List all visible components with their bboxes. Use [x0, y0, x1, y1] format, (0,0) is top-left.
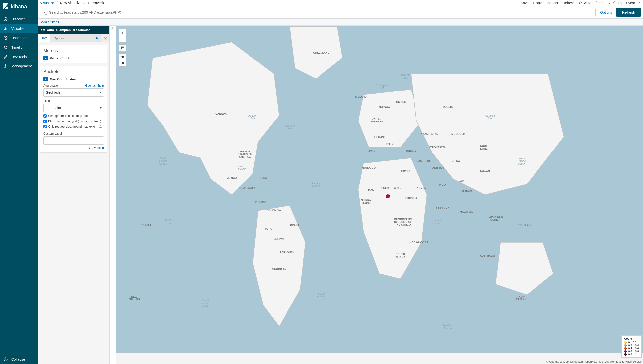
- bucket-label: Geo Coordinates: [50, 77, 76, 81]
- nav-label: Management: [12, 64, 32, 68]
- checkbox-input[interactable]: [44, 114, 47, 118]
- svg-rect-3: [7, 28, 8, 30]
- tab-data[interactable]: Data: [38, 34, 50, 42]
- autorefresh-label: Auto-refresh: [584, 1, 603, 5]
- field-label: Field: [44, 99, 50, 103]
- svg-point-13: [111, 27, 114, 30]
- svg-point-6: [5, 47, 6, 47]
- metrics-heading: Metrics: [44, 48, 104, 53]
- fit-bounds-button[interactable]: [119, 45, 126, 51]
- nav-label: Visualize: [12, 26, 25, 30]
- apply-changes-button[interactable]: [93, 34, 101, 42]
- inspect-button[interactable]: Inspect: [547, 1, 558, 5]
- map-legend: Count 0 – 0.20.2 – 0.40.4 – 0.60.6 – 0.8…: [621, 336, 641, 358]
- panel-collapse-toggle[interactable]: [110, 26, 116, 364]
- caret-down-icon: [100, 107, 102, 108]
- aggregation-select[interactable]: Geohash: [44, 88, 104, 97]
- nav-label: Discover: [12, 17, 25, 21]
- map-attribution: © OpenStreetMap contributors, OpenMapTil…: [546, 360, 641, 363]
- sidebar: kibana Discover Visualize Dashboard Time…: [0, 0, 38, 364]
- search-box[interactable]: >_: [40, 9, 596, 16]
- search-input[interactable]: [49, 10, 593, 14]
- refresh-button[interactable]: Refresh: [616, 8, 640, 17]
- aggregation-label: Aggregation: [44, 84, 60, 87]
- toggle-icon: ▼: [44, 77, 48, 81]
- tab-options[interactable]: Options: [50, 34, 68, 42]
- aggregation-value: Geohash: [46, 90, 60, 94]
- sidebar-item-devtools[interactable]: Dev Tools: [0, 52, 38, 62]
- metric-label: Value: [50, 56, 58, 60]
- draw-rectangle-button[interactable]: [119, 60, 126, 66]
- map-visualization[interactable]: GREENLANDICELANDNORWAYFINLANDRUSSIAUNITE…: [116, 26, 643, 364]
- legend-row: 0.8 – 1: [624, 353, 639, 356]
- sidebar-item-discover[interactable]: Discover: [0, 14, 38, 24]
- add-filter[interactable]: Add a filter +: [41, 20, 59, 24]
- sidebar-collapse[interactable]: Collapse: [0, 354, 38, 364]
- metric-value: Count: [60, 56, 69, 60]
- svg-rect-15: [121, 46, 124, 49]
- svg-point-12: [100, 128, 101, 128]
- breadcrumb-current: New Visualization (unsaved): [60, 1, 104, 5]
- map-data-point: [386, 194, 390, 198]
- time-prev-icon[interactable]: [608, 1, 611, 5]
- discard-changes-button[interactable]: [101, 34, 109, 42]
- help-icon[interactable]: [99, 125, 102, 128]
- sidebar-item-dashboard[interactable]: Dashboard: [0, 33, 38, 43]
- geohash-help[interactable]: Geohash help: [85, 84, 104, 87]
- svg-rect-2: [6, 28, 6, 30]
- search-options[interactable]: Options: [600, 10, 612, 14]
- checkbox-mapextent[interactable]: Only request data around map extent: [44, 125, 104, 128]
- time-picker[interactable]: Last 1 year: [613, 1, 635, 5]
- custom-label-label: Custom Label: [44, 132, 62, 136]
- field-select[interactable]: geo_point: [44, 104, 104, 112]
- legend-row: 0.2 – 0.4: [624, 344, 639, 347]
- checkbox-label: Only request data around map extent: [48, 125, 97, 128]
- time-next-icon[interactable]: [637, 1, 640, 5]
- world-map-svg: [116, 26, 643, 364]
- share-button[interactable]: Share: [533, 1, 542, 5]
- advanced-toggle[interactable]: ◂ Advanced: [44, 146, 104, 150]
- map-controls: + −: [119, 29, 126, 67]
- legend-row: 0 – 0.2: [624, 341, 639, 344]
- metrics-card: Metrics ▶ Value Count: [40, 45, 107, 64]
- prompt-icon: >_: [43, 10, 47, 14]
- sidebar-item-management[interactable]: Management: [0, 62, 38, 71]
- checkbox-input[interactable]: [44, 125, 47, 128]
- field-value: geo_point: [46, 106, 61, 110]
- autorefresh-button[interactable]: Auto-refresh: [579, 1, 603, 5]
- caret-down-icon: [100, 92, 102, 93]
- breadcrumb-root[interactable]: Visualize: [40, 1, 54, 5]
- custom-label-input[interactable]: [44, 136, 104, 144]
- clock-icon: [613, 1, 617, 5]
- nav-label: Timelion: [12, 46, 24, 49]
- checkbox-input[interactable]: [44, 120, 47, 123]
- sidebar-item-visualize[interactable]: Visualize: [0, 24, 38, 33]
- refresh-link[interactable]: Refresh: [563, 1, 575, 5]
- svg-point-9: [4, 358, 8, 361]
- svg-point-8: [5, 66, 7, 67]
- buckets-card: Buckets ▼ Geo Coordinates Aggregation Ge…: [40, 66, 107, 153]
- kibana-logo: kibana: [0, 0, 38, 14]
- bucket-row[interactable]: ▼ Geo Coordinates: [44, 77, 104, 81]
- checkbox-label: Change precision on map zoom: [48, 114, 90, 118]
- index-pattern-title: aet_auto_examplemicrocensus*: [38, 26, 109, 34]
- topbar: Visualize / New Visualization (unsaved) …: [38, 0, 643, 6]
- breadcrumb: Visualize / New Visualization (unsaved): [40, 1, 104, 5]
- metric-row[interactable]: ▶ Value Count: [44, 56, 104, 60]
- svg-rect-1: [4, 28, 5, 30]
- buckets-heading: Buckets: [44, 69, 104, 74]
- save-button[interactable]: Save: [521, 1, 529, 5]
- zoom-in-button[interactable]: +: [119, 29, 126, 36]
- sidebar-item-timelion[interactable]: Timelion: [0, 43, 38, 52]
- add-filter-label: Add a filter: [41, 20, 57, 24]
- zoom-out-button[interactable]: −: [119, 36, 126, 42]
- collapse-label: Collapse: [12, 357, 25, 361]
- checkbox-precision[interactable]: Change precision on map zoom: [44, 114, 104, 118]
- svg-point-0: [4, 17, 8, 21]
- svg-rect-17: [122, 62, 124, 64]
- nav-label: Dev Tools: [12, 55, 27, 59]
- draw-polygon-button[interactable]: [119, 54, 126, 60]
- legend-title: Count: [624, 337, 639, 340]
- checkbox-geocentroid[interactable]: Place markers off grid (use geocentroid): [44, 120, 104, 123]
- filter-bar: Add a filter +: [38, 18, 643, 26]
